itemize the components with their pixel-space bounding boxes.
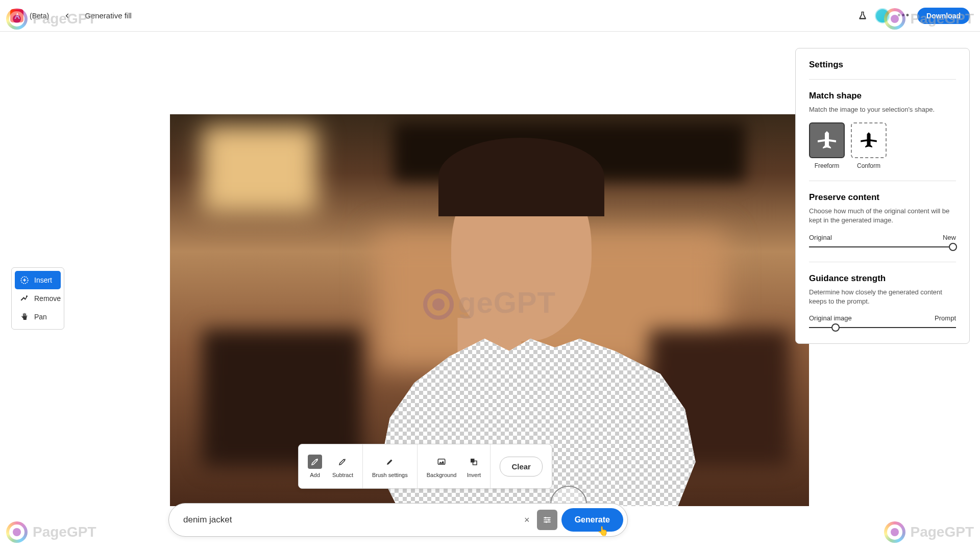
divider (809, 79, 956, 80)
svg-point-7 (545, 521, 547, 523)
brush-add[interactable]: Add (303, 452, 327, 481)
remove-icon (20, 294, 29, 303)
prompt-bar: × Generate (168, 503, 628, 537)
preserve-slider[interactable] (809, 246, 956, 247)
page-title: Generative fill (85, 11, 132, 20)
settings-panel: Settings Match shape Match the image to … (795, 48, 970, 344)
brush-invert[interactable]: Invert (461, 452, 486, 481)
left-toolbar: Insert Remove Pan (11, 267, 64, 330)
prompt-input[interactable] (183, 515, 517, 525)
adobe-logo-icon (10, 9, 23, 22)
user-avatar[interactable] (875, 8, 890, 23)
more-menu-button[interactable]: ••• (897, 10, 910, 21)
guidance-title: Guidance strength (809, 273, 956, 284)
brush-settings-icon (385, 457, 395, 466)
shape-conform-label: Conform (857, 162, 880, 169)
settings-title: Settings (809, 60, 956, 70)
airplane-icon (815, 128, 839, 153)
guidance-desc: Determine how closely the generated cont… (809, 288, 956, 306)
svg-point-1 (26, 295, 28, 297)
tool-pan[interactable]: Pan (15, 308, 61, 326)
preserve-slider-labels: Original New (809, 234, 956, 241)
prompt-settings-button[interactable] (537, 510, 557, 530)
match-shape-desc: Match the image to your selection's shap… (809, 105, 956, 114)
beaker-icon[interactable] (857, 11, 868, 21)
main-area: Insert Remove Pan geGPT (0, 32, 980, 551)
airplane-icon (858, 130, 879, 151)
preserve-left-label: Original (809, 234, 832, 241)
brush-background-label: Background (427, 472, 457, 478)
brush-background[interactable]: Background (422, 452, 462, 481)
invert-icon (469, 457, 478, 466)
background-icon (437, 457, 446, 466)
watermark-corner: PageGPT (884, 521, 974, 543)
clear-prompt-button[interactable]: × (517, 515, 537, 525)
app-header: (Beta) Generative fill ••• Download (0, 0, 980, 32)
header-right: ••• Download (857, 8, 970, 24)
tool-insert[interactable]: Insert (15, 271, 61, 289)
preserve-slider-thumb[interactable] (949, 243, 957, 251)
generate-button[interactable]: Generate (561, 508, 623, 532)
guidance-slider-labels: Original image Prompt (809, 314, 956, 322)
tool-insert-label: Insert (34, 276, 52, 284)
sliders-icon (542, 515, 552, 525)
svg-point-6 (548, 519, 549, 520)
guidance-right-label: Prompt (935, 314, 956, 322)
preserve-desc: Choose how much of the original content … (809, 207, 956, 225)
pan-hand-icon (20, 312, 29, 321)
shape-conform[interactable]: Conform (851, 122, 887, 169)
shape-freeform-label: Freeform (815, 162, 840, 169)
guidance-slider-thumb[interactable] (831, 323, 840, 332)
brush-add-label: Add (310, 472, 320, 478)
svg-point-5 (545, 517, 546, 518)
header-left: (Beta) Generative fill (10, 9, 132, 23)
match-shape-title: Match shape (809, 91, 956, 101)
back-button[interactable] (60, 9, 75, 23)
insert-icon (20, 276, 29, 285)
chevron-left-icon (64, 12, 71, 19)
brush-subtract-label: Subtract (332, 472, 353, 478)
divider (809, 262, 956, 262)
divider (809, 181, 956, 181)
brush-subtract[interactable]: Subtract (327, 452, 358, 481)
brush-toolbar: Add Subtract Brush settings Background I… (298, 444, 552, 489)
brush-subtract-icon (338, 457, 347, 466)
brush-settings-label: Brush settings (372, 472, 408, 478)
clear-button[interactable]: Clear (500, 457, 543, 477)
brush-add-icon (310, 457, 320, 466)
beta-label: (Beta) (30, 12, 49, 20)
tool-remove[interactable]: Remove (15, 289, 61, 308)
shape-freeform[interactable]: Freeform (809, 122, 845, 169)
preserve-title: Preserve content (809, 192, 956, 203)
guidance-slider[interactable] (809, 327, 956, 328)
tool-remove-label: Remove (34, 294, 61, 303)
watermark-corner: PageGPT (6, 521, 96, 543)
tool-pan-label: Pan (34, 313, 47, 321)
shape-options: Freeform Conform (809, 122, 956, 169)
guidance-left-label: Original image (809, 314, 852, 322)
preserve-right-label: New (943, 234, 956, 241)
brush-settings[interactable]: Brush settings (367, 452, 413, 481)
brush-invert-label: Invert (467, 472, 481, 478)
download-button[interactable]: Download (917, 8, 970, 24)
